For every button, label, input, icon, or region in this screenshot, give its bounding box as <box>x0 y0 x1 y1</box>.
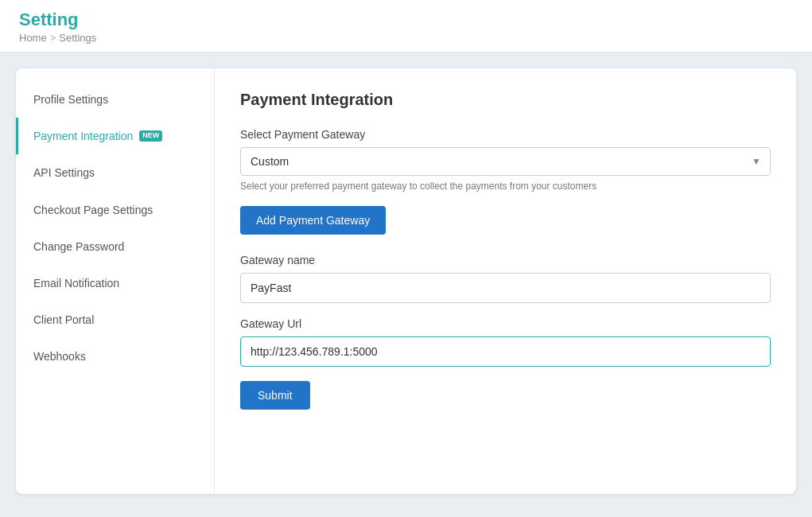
gateway-name-input[interactable] <box>240 273 771 303</box>
gateway-url-input[interactable] <box>240 336 771 367</box>
breadcrumb-home[interactable]: Home <box>19 32 47 44</box>
sidebar-item-change-password[interactable]: Change Password <box>16 228 214 265</box>
breadcrumb-current: Settings <box>59 32 96 44</box>
gateway-hint: Select your preferred payment gateway to… <box>240 181 771 192</box>
new-badge: NEW <box>139 130 162 142</box>
sidebar-item-api-settings[interactable]: API Settings <box>16 154 214 191</box>
sidebar-item-checkout-page-settings[interactable]: Checkout Page Settings <box>16 192 214 228</box>
main-container: Profile Settings Payment Integration NEW… <box>0 52 812 510</box>
add-payment-gateway-button[interactable]: Add Payment Gateway <box>240 206 386 235</box>
sidebar-label-email-notification: Email Notification <box>33 276 119 290</box>
breadcrumb: Home > Settings <box>19 32 793 44</box>
sidebar-label-api-settings: API Settings <box>33 165 95 180</box>
sidebar-label-profile-settings: Profile Settings <box>33 92 108 107</box>
top-header: Setting Home > Settings <box>0 0 812 52</box>
sidebar-item-profile-settings[interactable]: Profile Settings <box>16 81 214 118</box>
sidebar-label-checkout-page-settings: Checkout Page Settings <box>33 203 153 217</box>
content-title: Payment Integration <box>240 91 771 109</box>
gateway-name-label: Gateway name <box>240 254 771 266</box>
sidebar-label-client-portal: Client Portal <box>33 313 94 327</box>
sidebar-item-payment-integration[interactable]: Payment Integration NEW <box>16 118 214 154</box>
gateway-url-label: Gateway Url <box>240 317 771 330</box>
sidebar-item-webhooks[interactable]: Webhooks <box>16 338 214 375</box>
page-title: Setting <box>19 10 793 30</box>
gateway-select[interactable]: Custom Stripe PayPal <box>240 147 771 176</box>
sidebar-label-webhooks: Webhooks <box>33 349 86 363</box>
content-area: Payment Integration Select Payment Gatew… <box>215 68 796 494</box>
sidebar-item-email-notification[interactable]: Email Notification <box>16 265 214 301</box>
sidebar-label-change-password: Change Password <box>33 239 124 254</box>
sidebar: Profile Settings Payment Integration NEW… <box>16 68 215 494</box>
submit-button[interactable]: Submit <box>240 381 310 410</box>
sidebar-item-client-portal[interactable]: Client Portal <box>16 301 214 338</box>
select-gateway-label: Select Payment Gateway <box>240 128 771 141</box>
breadcrumb-separator: > <box>50 32 56 44</box>
settings-card: Profile Settings Payment Integration NEW… <box>16 68 796 494</box>
gateway-select-wrapper: Custom Stripe PayPal ▼ <box>240 147 771 176</box>
sidebar-label-payment-integration: Payment Integration <box>33 129 133 143</box>
